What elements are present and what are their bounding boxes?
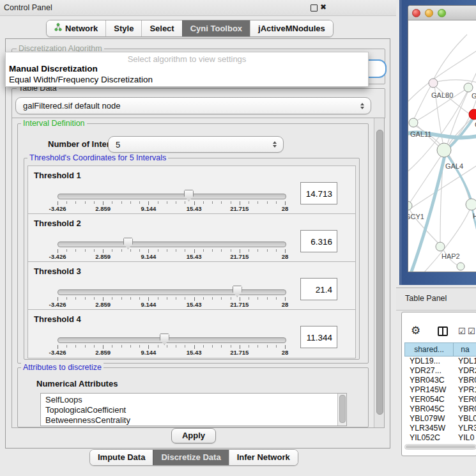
network-icon — [54, 23, 62, 33]
slider-tick — [231, 345, 231, 348]
checkbox-checked-icon[interactable]: ☑ — [458, 326, 466, 336]
algorithm-option-manual-discretization[interactable]: Manual Discretization — [9, 64, 98, 73]
column-header-name[interactable]: na — [453, 342, 476, 357]
algorithm-option-equal-width-frequency-discretization[interactable]: Equal Width/Frequency Discretization — [9, 75, 153, 84]
threshold-value-field[interactable]: 21.4 — [300, 278, 337, 300]
close-icon[interactable]: ✖ — [320, 3, 326, 12]
cell-shared-name: YDR27... — [410, 366, 441, 375]
slider-track[interactable] — [58, 337, 286, 343]
bottom-tab-discretize-data[interactable]: Discretize Data — [153, 450, 228, 465]
combo-stepper-icon — [272, 141, 277, 148]
slider-thumb[interactable] — [123, 238, 133, 249]
slider-tick — [221, 297, 222, 300]
table-row[interactable]: YIL052CYIL0 — [404, 433, 476, 443]
network-window-frame: GAL80GACGAL11GAL4GCY1HHAP2 — [399, 0, 476, 285]
tab-jactivemnodules[interactable]: jActiveMNodules — [250, 20, 333, 36]
tab-style[interactable]: Style — [105, 20, 141, 36]
bottom-tab-impute-data[interactable]: Impute Data — [90, 450, 153, 465]
table-row[interactable]: YPR145WYPR1 — [404, 385, 476, 395]
slider-tick-label: -3.426 — [49, 253, 66, 260]
network-node-gal4[interactable] — [437, 143, 451, 157]
tab-network[interactable]: Network — [47, 20, 105, 36]
slider-tick — [94, 201, 95, 204]
column-layout-icon[interactable] — [438, 326, 448, 336]
list-scrollbar[interactable] — [337, 394, 346, 426]
slider-tick — [212, 201, 213, 204]
slider-thumb[interactable] — [184, 190, 194, 201]
apply-button[interactable]: Apply — [171, 428, 216, 443]
thresholds-group-title: Threshold's Coordinates for 5 Intervals — [27, 153, 168, 162]
settings-scroll-pane: Interval Definition Number of Intervals … — [12, 118, 385, 428]
network-node-gal80[interactable] — [429, 79, 438, 88]
close-traffic-light-icon[interactable] — [412, 9, 420, 17]
bottom-tab-infer-network[interactable]: Infer Network — [229, 450, 298, 465]
horizontal-scrollbar[interactable] — [404, 444, 476, 450]
tab-select[interactable]: Select — [141, 20, 181, 36]
table-panel-title: Table Panel — [405, 294, 447, 303]
network-node-hap2[interactable] — [436, 242, 445, 251]
network-node-h[interactable] — [466, 199, 476, 210]
threshold-value-field[interactable]: 14.713 — [300, 182, 337, 204]
network-edge-highlighted[interactable] — [408, 153, 445, 272]
table-data-combobox[interactable]: galFiltered.sif default node — [15, 97, 371, 114]
slider-tick — [139, 249, 140, 252]
slider-tick — [231, 201, 231, 204]
numerical-attributes-list[interactable]: SelfLoopsTopologicalCoefficientBetweenne… — [40, 393, 347, 426]
network-canvas[interactable]: GAL80GACGAL11GAL4GCY1HHAP2 — [408, 20, 476, 272]
table-row[interactable]: YLR345WYLR3 — [404, 424, 476, 433]
column-header-shared-name[interactable]: shared... — [404, 342, 453, 357]
table-row[interactable]: YDR27...YDR2 — [404, 366, 476, 376]
table-row[interactable]: YER054CYER0 — [404, 395, 476, 404]
zoom-traffic-light-icon[interactable] — [438, 9, 446, 17]
network-edge[interactable] — [433, 35, 467, 81]
slider-thumb[interactable] — [160, 334, 169, 345]
slider-track[interactable] — [58, 242, 286, 247]
slider-track[interactable] — [58, 194, 286, 199]
gear-icon[interactable]: ⚙ — [411, 324, 420, 337]
slider-tick — [158, 345, 158, 348]
network-edge[interactable] — [413, 84, 432, 120]
slider-tick — [94, 249, 95, 252]
network-node[interactable] — [457, 263, 464, 270]
slider-tick — [121, 345, 122, 348]
checkbox-checked-icon[interactable]: ☑ — [468, 326, 475, 336]
slider-tick — [203, 297, 204, 300]
table-row[interactable]: YBL079WYBL0 — [404, 414, 476, 424]
number-of-intervals-combobox[interactable]: 5 — [108, 136, 284, 153]
node-label: GAL4 — [445, 162, 463, 170]
table-row[interactable]: YDL19...YDL1 — [404, 357, 476, 366]
attribute-item-topologicalcoefficient[interactable]: TopologicalCoefficient — [41, 405, 346, 415]
cell-name: YPR1 — [458, 385, 476, 394]
table-row[interactable]: YBR045CYBR0 — [404, 404, 476, 414]
tab-label: Style — [114, 24, 134, 33]
slider-track[interactable] — [58, 289, 286, 295]
cell-shared-name: YBL079W — [410, 414, 445, 423]
slider-tick — [158, 297, 158, 300]
slider-tick — [212, 249, 213, 252]
network-node-gcy1[interactable] — [408, 201, 412, 210]
tab-cyni-toolbox[interactable]: Cyni Toolbox — [182, 20, 250, 36]
threshold-row-threshold-1: Threshold 1-3.4262.8599.14415.4321.71528… — [28, 166, 355, 214]
attribute-item-selfloops[interactable]: SelfLoops — [41, 395, 346, 405]
network-node-gal11[interactable] — [409, 118, 418, 127]
network-node-c[interactable] — [469, 109, 476, 119]
slider-tick — [212, 297, 213, 300]
slider-tick-label: 2.859 — [95, 349, 111, 356]
float-window-icon[interactable] — [311, 4, 318, 12]
cell-shared-name: YPR145W — [410, 385, 446, 394]
tab-label: Network — [65, 24, 98, 33]
slider-tick — [66, 297, 67, 300]
threshold-value-field[interactable]: 6.316 — [300, 230, 337, 252]
slider-tick — [112, 201, 112, 204]
numerical-attributes-heading: Numerical Attributes — [36, 379, 118, 388]
vertical-scrollbar[interactable] — [374, 118, 384, 427]
minimize-traffic-light-icon[interactable] — [425, 9, 433, 17]
slider-tick — [276, 201, 277, 204]
table-row[interactable]: YBR043CYBR0 — [404, 376, 476, 385]
slider-tick-label: 2.859 — [95, 301, 111, 308]
network-node-ga[interactable] — [464, 83, 473, 92]
attribute-item-betweennesscentrality[interactable]: BetweennessCentrality — [41, 415, 346, 426]
threshold-value-field[interactable]: 11.344 — [300, 326, 337, 348]
slider-tick-label: -3.426 — [49, 301, 66, 308]
slider-thumb[interactable] — [233, 286, 242, 297]
